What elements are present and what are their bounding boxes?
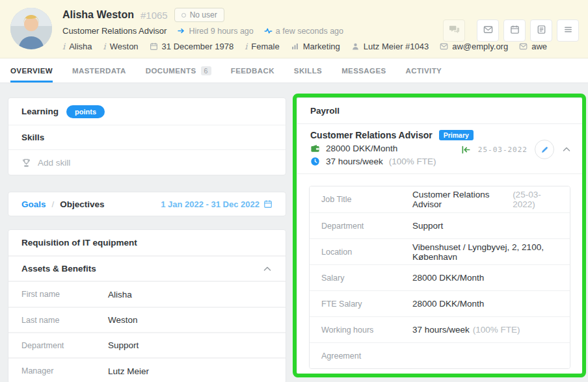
mail-icon [519,42,528,51]
requisition-card: Requisition of IT equipment Assets & Ben… [8,229,286,382]
goals-link[interactable]: Goals [21,199,46,209]
table-row-agreement: Agreement [310,342,570,368]
tab-feedback[interactable]: FEEDBACK [231,58,274,83]
payroll-position-summary: Customer Relations Advisor Primary 28000… [297,124,582,174]
avatar-photo [10,8,52,49]
learning-title: Learning [21,107,59,116]
table-row-department: Department Support [310,212,570,238]
header-button-group [477,19,579,42]
department-icon [291,42,299,51]
wallet-icon [310,144,320,153]
field-row-first-name: First name Alisha [8,281,286,307]
requisition-title-row: Requisition of IT equipment [8,230,286,255]
documents-count-badge: 6 [201,66,211,75]
right-column: Payroll Customer Relations Advisor Prima… [297,97,583,382]
left-column: Learning points Skills Add skill [8,97,286,382]
primary-badge: Primary [439,130,474,140]
detail-manager: Lutz Meier #1043 [351,42,429,51]
chevron-up-icon[interactable] [262,264,273,274]
calendar-icon [510,25,520,36]
chat-icon [449,24,460,37]
field-row-last-name: Last name Weston [8,307,286,332]
detail-email-alt: awe [519,42,547,51]
person-icon [351,42,360,51]
employee-profile-page: Alisha Weston #1065 No user Customer Rel… [0,0,588,382]
payroll-card: Payroll Customer Relations Advisor Prima… [297,97,583,379]
circle-icon [181,13,186,18]
start-date-icon [461,145,471,155]
hired-status: Hired 9 hours ago [177,27,253,36]
payroll-title: Payroll [297,98,582,124]
profile-header: Alisha Weston #1065 No user Customer Rel… [0,0,588,58]
tab-bar: OVERVIEW MASTERDATA DOCUMENTS 6 FEEDBACK… [0,58,588,83]
tab-masterdata[interactable]: MASTERDATA [72,58,126,83]
detail-email: aw@emply.org [440,42,508,51]
tab-documents[interactable]: DOCUMENTS 6 [146,58,211,83]
field-row-manager: Manager Lutz Meier [8,357,286,382]
pulse-icon [264,27,273,35]
detail-department: Marketing [291,42,340,51]
header-actions [443,19,579,42]
tab-skills[interactable]: SKILLS [294,58,322,83]
header-details-row: i Alisha i Weston 31 December 1978 i Fem… [62,42,578,51]
tab-overview[interactable]: OVERVIEW [10,58,53,83]
notes-button[interactable] [530,19,552,42]
tab-messages[interactable]: MESSAGES [341,58,386,83]
detail-first-name: i Alisha [62,42,92,51]
info-icon: i [103,42,106,51]
position-title: Customer Relations Advisor [310,130,433,140]
payroll-details-table: Job Title Customer Relations Advisor (25… [309,186,570,369]
position-start-date: 25-03-2022 [478,146,528,154]
content-area: Learning points Skills Add skill [0,83,588,382]
no-user-badge: No user [174,8,224,22]
table-row-fte-salary: FTE Salary 28000 DKK/Month [310,290,570,316]
arrow-right-icon [177,27,185,35]
mail-button[interactable] [477,19,499,42]
table-row-salary: Salary 28000 DKK/Month [310,264,570,290]
add-skill-button[interactable]: Add skill [21,158,70,168]
header-job-title: Customer Relations Advisor [62,26,167,36]
collapse-chevron-icon[interactable] [561,144,572,155]
edit-position-button[interactable] [535,140,554,159]
calendar-icon [150,42,158,51]
table-row-job-title: Job Title Customer Relations Advisor (25… [310,186,570,212]
points-badge[interactable]: points [66,105,105,118]
assets-benefits-header[interactable]: Assets & Benefits [8,255,286,281]
add-skill-row: Add skill [8,149,286,175]
field-row-department: Department Support [8,332,286,357]
detail-birthdate: 31 December 1978 [150,42,234,51]
table-row-location: Location Vibenshuset / Lyngbyvej, 2, 210… [310,238,570,264]
calendar-icon [263,199,273,209]
avatar [10,8,52,49]
goals-separator: / [52,199,55,209]
tab-activity[interactable]: ACTIVITY [406,58,442,83]
employee-id: #1065 [140,10,168,21]
detail-last-name: i Weston [103,42,139,51]
goals-card: Goals / Objectives 1 Jan 2022 - 31 Dec 2… [8,192,286,216]
table-row-working-hours: Working hours 37 hours/week (100% FTE) [310,316,570,342]
notes-icon [537,25,546,36]
learning-skills-card: Learning points Skills Add skill [8,97,286,175]
requisition-title: Requisition of IT equipment [21,238,137,248]
menu-icon [563,25,573,36]
detail-gender: i Female [245,42,280,51]
calendar-button[interactable] [503,19,526,42]
menu-button[interactable] [557,19,579,42]
clock-icon [310,157,320,166]
objectives-link[interactable]: Objectives [60,199,104,209]
skills-row: Skills [8,125,286,149]
learning-row: Learning points [8,98,286,125]
pencil-icon [541,146,549,154]
goals-date-range[interactable]: 1 Jan 2022 - 31 Dec 2022 [161,199,273,209]
employee-name: Alisha Weston [62,9,134,21]
skills-title: Skills [21,133,44,142]
mail-icon [483,25,493,36]
assets-benefits-title: Assets & Benefits [21,264,96,274]
mail-icon [440,42,448,51]
activity-status: a few seconds ago [264,27,343,36]
info-icon: i [245,42,247,51]
info-icon: i [62,42,65,51]
trophy-icon [21,158,31,168]
chat-button[interactable] [443,19,465,42]
